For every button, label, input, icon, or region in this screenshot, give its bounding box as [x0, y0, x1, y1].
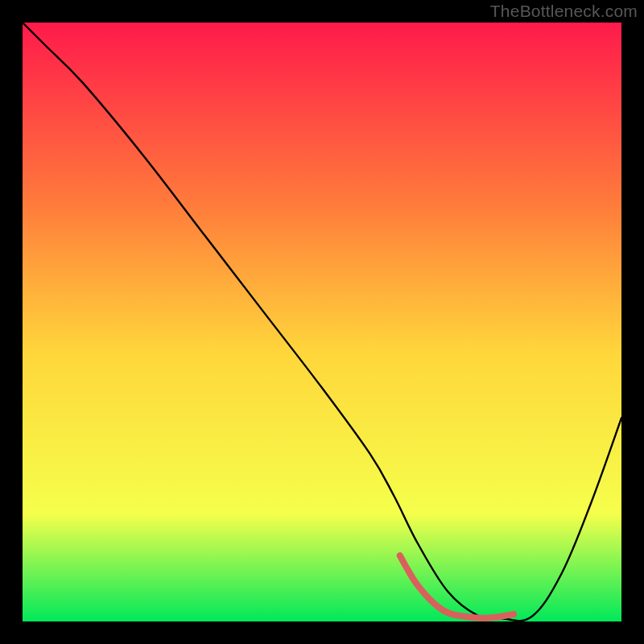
gradient-background — [23, 23, 621, 621]
chart-plot-area — [23, 23, 621, 621]
chart-svg — [23, 23, 621, 621]
watermark-text: TheBottleneck.com — [490, 2, 638, 21]
